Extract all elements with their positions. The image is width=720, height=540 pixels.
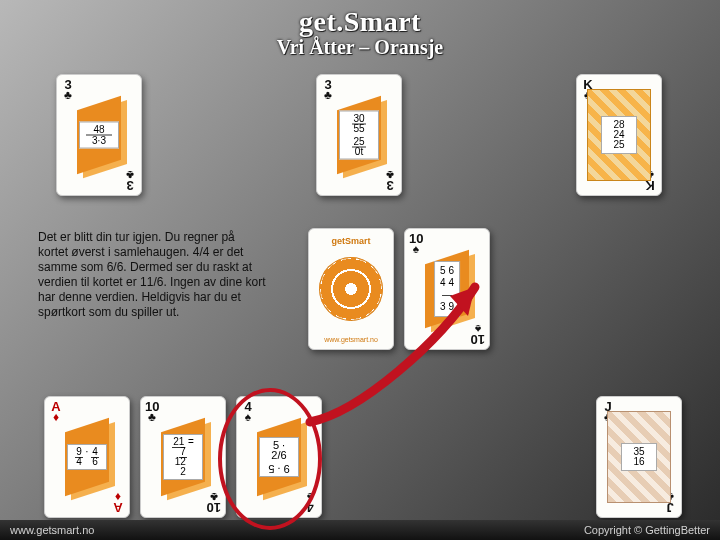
card-fraction: 21 = 7 12 2 — [163, 434, 203, 480]
king-picture: 28 24 25 — [587, 89, 651, 181]
footer-bar: www.getsmart.no Copyright © GettingBette… — [0, 520, 720, 540]
page-title: get.Smart — [0, 6, 720, 38]
deck-brand: getSmart — [309, 237, 393, 246]
footer-site: www.getsmart.no — [10, 520, 94, 540]
page-subtitle: Vri Åtter – Oransje — [0, 36, 720, 59]
card-fraction: 48 3·3 — [79, 122, 119, 149]
hand-card-1[interactable]: A♦ A♦ 9 · 4 4 6 — [44, 396, 130, 518]
discard-pile-top[interactable]: 10♠ 10♠ 5 6 4 4 — 3 9 — [404, 228, 490, 350]
title-block: get.Smart Vri Åtter – Oransje — [0, 0, 720, 59]
hand-card-2[interactable]: 10♣ 10♣ 21 = 7 12 2 — [140, 396, 226, 518]
footer-copyright: Copyright © GettingBetter — [584, 520, 710, 540]
hand-card-4-jack[interactable]: J♣ J♣ 35 16 — [596, 396, 682, 518]
card-top-2: 3♣ 3♣ 30 55 25 0t — [316, 74, 402, 196]
card-values: 35 16 — [621, 443, 657, 471]
draw-deck[interactable]: getSmart www.getsmart.no — [308, 228, 394, 350]
card-fraction: 9 · 4 4 6 — [67, 444, 107, 470]
jack-picture: 35 16 — [607, 411, 671, 503]
explanation-text: Det er blitt din tur igjen. Du regner på… — [38, 230, 268, 320]
deck-footer: www.getsmart.no — [309, 336, 393, 343]
card-top-3-king: K♣ K♣ 28 24 25 — [576, 74, 662, 196]
card-top-1: 3♣ 3♣ 48 3·3 — [56, 74, 142, 196]
highlight-circle-icon — [218, 388, 322, 530]
mandala-icon — [319, 257, 383, 321]
pile-values: 5 6 4 4 — 3 9 — [434, 261, 460, 317]
card-motif: 48 3·3 — [71, 97, 127, 173]
card-fraction: 30 55 25 0t — [339, 111, 379, 160]
card-values: 28 24 25 — [601, 116, 637, 154]
